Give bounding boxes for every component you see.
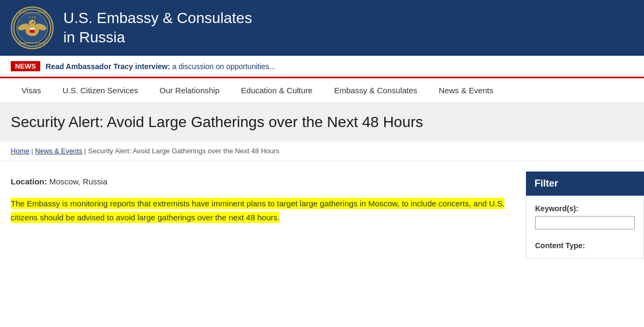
news-ticker-bar: NEWS Read Ambassador Tracy interview: a … xyxy=(0,56,644,78)
main-nav: Visas U.S. Citizen Services Our Relation… xyxy=(0,78,644,103)
svg-text:★ ★ ★: ★ ★ ★ xyxy=(28,16,37,19)
breadcrumb-current: Security Alert: Avoid Large Gatherings o… xyxy=(88,147,280,155)
svg-point-6 xyxy=(32,22,34,24)
location-line: Location: Moscow, Russia xyxy=(11,177,515,186)
filter-body: Keyword(s): Content Type: xyxy=(526,196,644,259)
site-header: ★ ★ ★ DEPARTMENT OF STATE UNITED STATES … xyxy=(0,0,644,56)
page-title: Security Alert: Avoid Large Gatherings o… xyxy=(11,114,633,131)
filter-header: Filter xyxy=(526,172,644,196)
nav-item-visas[interactable]: Visas xyxy=(11,78,52,102)
article-body: The Embassy is monitoring reports that e… xyxy=(11,197,515,225)
nav-item-education-culture[interactable]: Education & Culture xyxy=(230,78,323,102)
ticker-strong: Read Ambassador Tracy interview: a discu… xyxy=(46,62,275,71)
site-title-line1: U.S. Embassy & Consulates xyxy=(63,10,252,26)
svg-rect-8 xyxy=(30,28,35,30)
nav-item-embassy-consulates[interactable]: Embassy & Consulates xyxy=(323,78,428,102)
state-department-seal: ★ ★ ★ DEPARTMENT OF STATE UNITED STATES … xyxy=(11,6,54,49)
svg-text:DEPARTMENT OF STATE: DEPARTMENT OF STATE xyxy=(19,42,45,44)
site-title: U.S. Embassy & Consulates in Russia xyxy=(63,9,252,48)
breadcrumb-home[interactable]: Home xyxy=(11,147,30,155)
keyword-label: Keyword(s): xyxy=(535,204,635,213)
svg-point-5 xyxy=(29,20,36,27)
breadcrumb: Home | News & Events | Security Alert: A… xyxy=(0,142,644,161)
location-label: Location: xyxy=(11,177,47,186)
keyword-input[interactable] xyxy=(535,216,635,229)
nav-item-news-events[interactable]: News & Events xyxy=(428,78,504,102)
location-value: Moscow, Russia xyxy=(47,177,108,186)
sidebar: Filter Keyword(s): Content Type: xyxy=(526,161,644,270)
article-content: Location: Moscow, Russia The Embassy is … xyxy=(0,161,526,270)
page-title-bar: Security Alert: Avoid Large Gatherings o… xyxy=(0,103,644,142)
main-layout: Location: Moscow, Russia The Embassy is … xyxy=(0,161,644,270)
ticker-link[interactable]: a discussion on opportunities... xyxy=(172,62,275,71)
breadcrumb-news-events[interactable]: News & Events xyxy=(35,147,82,155)
news-badge: NEWS xyxy=(11,61,40,71)
content-type-label: Content Type: xyxy=(535,241,635,250)
nav-item-our-relationship[interactable]: Our Relationship xyxy=(149,78,230,102)
site-title-line2: in Russia xyxy=(63,29,125,46)
nav-item-citizen-services[interactable]: U.S. Citizen Services xyxy=(52,78,149,102)
svg-text:UNITED STATES OF AMERICA: UNITED STATES OF AMERICA xyxy=(19,12,47,14)
alert-highlighted-text: The Embassy is monitoring reports that e… xyxy=(11,198,504,223)
